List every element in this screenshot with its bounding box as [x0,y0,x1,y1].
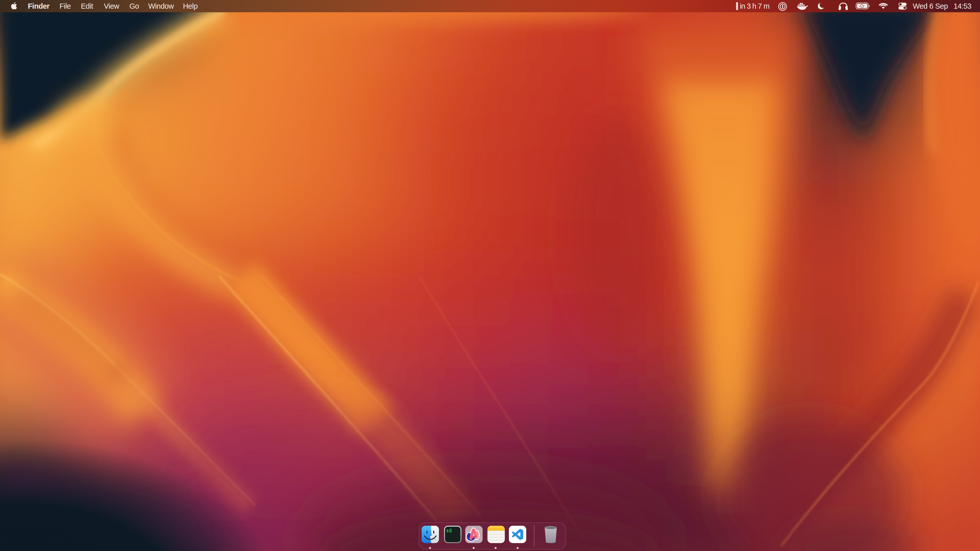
svg-text:$: $ [446,529,449,534]
